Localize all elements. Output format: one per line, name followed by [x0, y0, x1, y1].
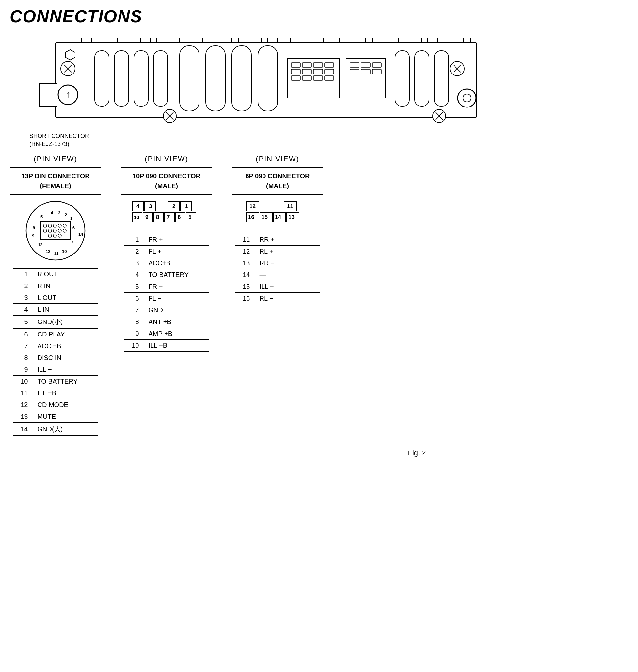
pin-label: FR − — [144, 281, 209, 293]
pin-view-6p: (PIN VIEW) 6P 090 CONNECTOR (MALE) 12 11… — [232, 155, 323, 305]
svg-text:11: 11 — [54, 251, 58, 256]
svg-text:10: 10 — [134, 214, 139, 220]
svg-rect-29 — [134, 51, 148, 106]
svg-rect-6 — [180, 38, 202, 43]
10p-table: 1FR +2FL +3ACC+B4TO BATTERY5FR −6FL −7GN… — [124, 233, 209, 351]
svg-rect-54 — [372, 63, 381, 67]
svg-text:9: 9 — [145, 214, 148, 220]
svg-text:13: 13 — [288, 214, 295, 220]
svg-text:12: 12 — [46, 249, 50, 254]
table-row: 12RL + — [235, 246, 320, 258]
svg-point-72 — [48, 224, 52, 227]
svg-text:6: 6 — [72, 225, 75, 230]
pin-label: R OUT — [33, 268, 98, 280]
table-row: 2FL + — [124, 246, 209, 258]
pin-label: AMP +B — [144, 328, 209, 340]
device-illustration: ↑ — [29, 33, 628, 129]
table-row: 15ILL − — [235, 281, 320, 293]
pin-number: 10 — [13, 376, 33, 388]
svg-rect-14 — [405, 38, 421, 43]
svg-point-80 — [63, 229, 66, 232]
13p-title-text: 13P DIN CONNECTOR — [21, 173, 89, 180]
svg-rect-42 — [324, 63, 334, 67]
svg-rect-46 — [324, 69, 334, 74]
table-row: 8ANT +B — [124, 316, 209, 328]
10p-view-label: (PIN VIEW) — [145, 155, 188, 163]
svg-point-83 — [58, 234, 61, 237]
svg-rect-30 — [153, 51, 168, 106]
pin-number: 11 — [13, 388, 33, 399]
pin-label: ACC +B — [33, 340, 98, 352]
svg-point-79 — [58, 229, 61, 232]
svg-text:1: 1 — [185, 203, 188, 209]
svg-rect-2 — [98, 38, 118, 43]
pin-label: ILL +B — [144, 340, 209, 351]
pin-number: 3 — [124, 258, 144, 269]
table-row: 12CD MODE — [13, 399, 98, 411]
pin-number: 14 — [235, 269, 255, 281]
svg-rect-50 — [324, 76, 334, 80]
13p-view-label: (PIN VIEW) — [34, 155, 78, 163]
svg-rect-7 — [209, 38, 232, 43]
svg-point-65 — [463, 94, 471, 102]
svg-text:8: 8 — [33, 225, 35, 230]
6p-svg: 12 11 16 15 14 13 — [245, 200, 310, 226]
pin-number: 13 — [13, 411, 33, 423]
svg-text:4: 4 — [136, 203, 140, 209]
10p-title-text: 10P 090 CONNECTOR — [133, 173, 200, 180]
svg-rect-60 — [434, 51, 449, 106]
svg-point-81 — [48, 234, 52, 237]
pin-label: TO BATTERY — [144, 269, 209, 281]
pin-number: 6 — [124, 293, 144, 305]
svg-text:6: 6 — [178, 214, 181, 220]
svg-rect-57 — [372, 69, 381, 74]
svg-point-82 — [53, 234, 56, 237]
pin-label: FL + — [144, 246, 209, 258]
table-row: 1R OUT — [13, 268, 98, 280]
svg-rect-56 — [361, 69, 370, 74]
pin-label: RR − — [255, 258, 320, 269]
table-row: 4TO BATTERY — [124, 269, 209, 281]
10p-subtitle-text: (MALE) — [155, 182, 178, 190]
svg-point-75 — [63, 224, 66, 227]
pin-number: 9 — [124, 328, 144, 340]
svg-rect-59 — [415, 51, 429, 106]
pin-number: 9 — [13, 364, 33, 376]
pin-number: 12 — [235, 246, 255, 258]
pin-number: 2 — [13, 280, 33, 292]
pin-label: L OUT — [33, 292, 98, 304]
svg-point-78 — [53, 229, 56, 232]
10p-svg: 4 3 2 1 10 9 8 7 6 5 — [131, 200, 202, 226]
table-row: 5GND(小) — [13, 315, 98, 329]
pin-number: 12 — [13, 399, 33, 411]
13p-subtitle-text: (FEMALE) — [40, 182, 71, 190]
table-row: 3L OUT — [13, 292, 98, 304]
svg-text:16: 16 — [248, 214, 254, 220]
pin-number: 16 — [235, 293, 255, 305]
13p-connector-title: 13P DIN CONNECTOR (FEMALE) — [10, 167, 101, 195]
svg-rect-44 — [302, 69, 312, 74]
table-row: 14— — [235, 269, 320, 281]
pin-number: 1 — [13, 268, 33, 280]
svg-rect-16 — [444, 38, 457, 43]
svg-rect-5 — [157, 38, 173, 43]
svg-text:4: 4 — [51, 210, 53, 215]
svg-rect-28 — [114, 51, 129, 106]
table-row: 14GND(大) — [13, 423, 98, 436]
svg-rect-1 — [82, 38, 91, 43]
table-row: 7GND — [124, 305, 209, 316]
svg-rect-13 — [372, 38, 398, 43]
table-row: 2R IN — [13, 280, 98, 292]
svg-rect-33 — [232, 46, 251, 111]
svg-text:10: 10 — [62, 249, 67, 254]
pin-number: 15 — [235, 281, 255, 293]
pin-label: RL + — [255, 246, 320, 258]
pin-label: RL − — [255, 293, 320, 305]
svg-text:1: 1 — [70, 216, 72, 220]
svg-rect-47 — [291, 76, 300, 80]
table-row: 3ACC+B — [124, 258, 209, 269]
table-row: 1FR + — [124, 234, 209, 246]
svg-text:3: 3 — [149, 203, 152, 209]
table-row: 7ACC +B — [13, 340, 98, 352]
svg-rect-45 — [314, 69, 323, 74]
